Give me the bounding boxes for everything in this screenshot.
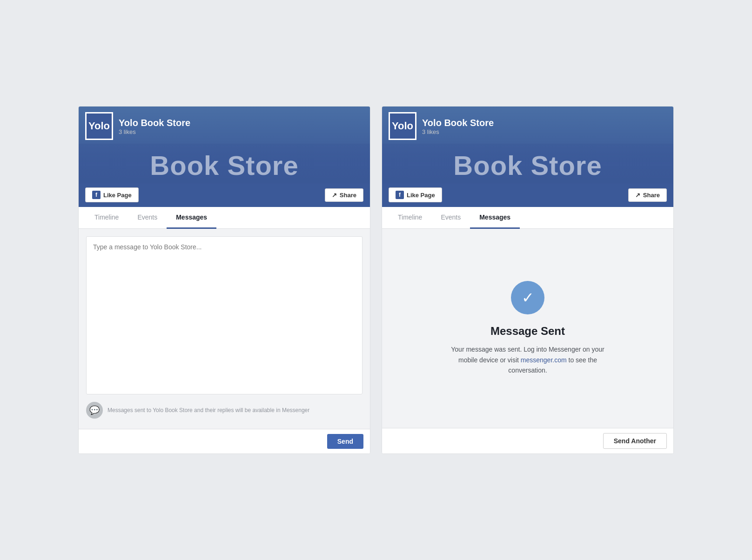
left-tab-timeline[interactable]: Timeline bbox=[85, 207, 128, 229]
left-tabs: Timeline Events Messages bbox=[79, 207, 370, 229]
left-panel: Yolo Yolo Book Store 3 likes Book Store … bbox=[78, 106, 370, 454]
right-panel: Yolo Yolo Book Store 3 likes Book Store … bbox=[382, 106, 674, 454]
left-page-name: Yolo Book Store bbox=[119, 117, 190, 128]
facebook-icon: f bbox=[92, 191, 101, 199]
right-tab-messages[interactable]: Messages bbox=[470, 207, 520, 229]
left-like-button[interactable]: f Like Page bbox=[85, 187, 139, 202]
right-logo-box: Yolo bbox=[389, 112, 416, 140]
right-tab-events[interactable]: Events bbox=[431, 207, 470, 229]
right-page-info: Yolo Book Store 3 likes bbox=[422, 117, 494, 135]
facebook-icon-right: f bbox=[396, 191, 404, 199]
right-logo-text: Yolo bbox=[392, 120, 413, 132]
right-header-actions: f Like Page ↗ Share bbox=[382, 184, 673, 207]
right-share-button[interactable]: ↗ Share bbox=[628, 188, 667, 202]
right-header: Yolo Yolo Book Store 3 likes Book Store … bbox=[382, 107, 673, 207]
message-textarea[interactable] bbox=[86, 236, 363, 394]
left-tab-messages[interactable]: Messages bbox=[167, 207, 216, 229]
left-content: 💬 Messages sent to Yolo Book Store and t… bbox=[79, 229, 370, 429]
checkmark-icon: ✓ bbox=[522, 290, 534, 305]
messenger-icon: 💬 bbox=[86, 402, 103, 419]
share-icon: ↗ bbox=[332, 192, 337, 199]
success-content: ✓ Message Sent Your message was sent. Lo… bbox=[382, 229, 673, 428]
left-cover: Book Store bbox=[79, 144, 370, 184]
left-page-info: Yolo Book Store 3 likes bbox=[119, 117, 190, 135]
left-logo-box: Yolo bbox=[85, 112, 113, 140]
right-page-likes: 3 likes bbox=[422, 128, 494, 135]
right-tabs: Timeline Events Messages bbox=[382, 207, 673, 229]
messenger-link[interactable]: messenger.com bbox=[521, 356, 567, 364]
send-another-button[interactable]: Send Another bbox=[603, 433, 667, 449]
success-description: Your message was sent. Log into Messenge… bbox=[449, 344, 607, 375]
share-icon-right: ↗ bbox=[635, 192, 640, 199]
messenger-note: 💬 Messages sent to Yolo Book Store and t… bbox=[86, 399, 363, 421]
left-cover-title: Book Store bbox=[85, 152, 363, 179]
success-icon-circle: ✓ bbox=[511, 281, 544, 314]
send-button[interactable]: Send bbox=[327, 434, 363, 449]
left-header: Yolo Yolo Book Store 3 likes Book Store … bbox=[79, 107, 370, 207]
left-footer: Send bbox=[79, 429, 370, 453]
success-title: Message Sent bbox=[490, 325, 565, 338]
messenger-bubble-icon: 💬 bbox=[89, 405, 100, 415]
left-header-actions: f Like Page ↗ Share bbox=[79, 184, 370, 207]
right-like-button[interactable]: f Like Page bbox=[389, 187, 442, 202]
left-logo-text: Yolo bbox=[88, 120, 110, 132]
right-footer: Send Another bbox=[382, 428, 673, 453]
left-share-button[interactable]: ↗ Share bbox=[325, 188, 363, 202]
right-cover: Book Store bbox=[382, 144, 673, 184]
left-page-likes: 3 likes bbox=[119, 128, 190, 135]
right-tab-timeline[interactable]: Timeline bbox=[389, 207, 431, 229]
left-tab-events[interactable]: Events bbox=[128, 207, 167, 229]
right-cover-title: Book Store bbox=[389, 152, 667, 179]
right-page-name: Yolo Book Store bbox=[422, 117, 494, 128]
messenger-note-text: Messages sent to Yolo Book Store and the… bbox=[107, 407, 309, 414]
